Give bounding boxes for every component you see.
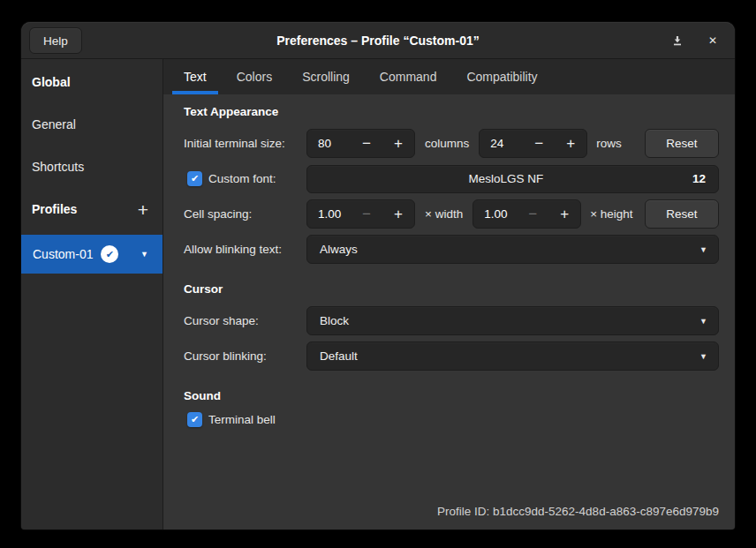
text-tab-content: Text Appearance Initial terminal size: 8… xyxy=(163,94,735,529)
section-title-text-appearance: Text Appearance xyxy=(184,105,719,120)
check-icon: ✔ xyxy=(191,414,199,425)
sidebar-header-profiles: Profiles + xyxy=(21,188,163,230)
tab-text[interactable]: Text xyxy=(172,59,218,94)
columns-value[interactable]: 80 xyxy=(307,137,351,150)
profile-id-label: Profile ID: xyxy=(437,505,489,518)
minimize-icon xyxy=(670,34,684,48)
sidebar: Global General Shortcuts Profiles + Cust… xyxy=(21,59,163,529)
caret-down-icon: ▼ xyxy=(699,317,707,326)
cursor-shape-dropdown[interactable]: Block ▼ xyxy=(306,306,719,335)
window-title: Preferences – Profile “Custom-01” xyxy=(21,22,735,59)
rows-unit-label: rows xyxy=(596,137,622,150)
blinking-text-value: Always xyxy=(320,243,699,256)
blinking-text-label: Allow blinking text: xyxy=(184,243,306,256)
plus-icon: + xyxy=(566,135,575,153)
cell-spacing-label: Cell spacing: xyxy=(184,207,306,221)
minimize-button[interactable] xyxy=(666,29,689,52)
plus-icon: + xyxy=(394,206,403,223)
profile-id: Profile ID: b1dcc9dd-5262-4d8d-a863-c897… xyxy=(437,505,719,518)
row-terminal-bell: ✔ Terminal bell xyxy=(187,410,719,428)
sidebar-item-general[interactable]: General xyxy=(21,103,163,146)
cell-width-spinbutton: 1.00 − + xyxy=(306,199,415,229)
cell-width-value[interactable]: 1.00 xyxy=(307,207,351,221)
cursor-blinking-value: Default xyxy=(320,349,699,363)
rows-value[interactable]: 24 xyxy=(480,137,523,150)
terminal-bell-label: Terminal bell xyxy=(208,413,276,426)
cell-width-unit-label: × width xyxy=(425,207,463,221)
cell-height-decrement-button[interactable]: − xyxy=(517,200,548,228)
close-button[interactable]: ✕ xyxy=(701,29,724,52)
caret-down-icon: ▼ xyxy=(140,250,148,259)
terminal-bell-checkbox[interactable]: ✔ xyxy=(187,412,202,427)
reset-cell-spacing-button[interactable]: Reset xyxy=(645,199,719,229)
rows-decrement-button[interactable]: − xyxy=(523,130,555,157)
columns-decrement-button[interactable]: − xyxy=(351,130,382,157)
row-cursor-blinking: Cursor blinking: Default ▼ xyxy=(184,342,719,371)
font-name: MesloLGS NF xyxy=(320,172,692,185)
row-cursor-shape: Cursor shape: Block ▼ xyxy=(184,306,719,335)
cursor-blinking-label: Cursor blinking: xyxy=(184,349,306,363)
columns-increment-button[interactable]: + xyxy=(382,130,414,157)
rows-increment-button[interactable]: + xyxy=(555,130,586,157)
profile-selected-badge: ✔ xyxy=(101,245,118,263)
custom-font-checkbox[interactable]: ✔ xyxy=(187,171,202,186)
minus-icon: − xyxy=(534,135,543,153)
profile-menu-button[interactable]: ▼ xyxy=(140,250,148,259)
cursor-shape-value: Block xyxy=(320,314,699,327)
sidebar-item-shortcuts[interactable]: Shortcuts xyxy=(21,146,163,188)
cell-width-increment-button[interactable]: + xyxy=(382,200,414,228)
cell-height-value[interactable]: 1.00 xyxy=(473,207,517,221)
plus-icon: + xyxy=(394,135,403,153)
columns-unit-label: columns xyxy=(425,137,469,150)
cursor-shape-label: Cursor shape: xyxy=(184,314,306,327)
custom-font-label: Custom font: xyxy=(208,172,276,185)
cell-height-unit-label: × height xyxy=(590,207,632,221)
columns-spinbutton: 80 − + xyxy=(306,129,415,158)
add-profile-button[interactable]: + xyxy=(138,200,148,219)
sidebar-header-global: Global xyxy=(21,61,163,103)
minus-icon: − xyxy=(528,206,537,223)
cell-height-spinbutton: 1.00 − + xyxy=(472,199,581,229)
plus-icon: + xyxy=(138,199,148,220)
cursor-blinking-dropdown[interactable]: Default ▼ xyxy=(306,342,719,371)
help-button-label: Help xyxy=(43,34,68,48)
rows-spinbutton: 24 − + xyxy=(479,129,587,158)
plus-icon: + xyxy=(560,206,569,223)
cell-height-increment-button[interactable]: + xyxy=(548,200,580,228)
caret-down-icon: ▼ xyxy=(699,352,707,361)
profile-name: Custom-01 xyxy=(33,247,93,261)
tab-bar: Text Colors Scrolling Command Compatibil… xyxy=(163,59,735,94)
font-picker-button[interactable]: MesloLGS NF 12 xyxy=(306,165,719,193)
close-icon: ✕ xyxy=(708,34,717,47)
tab-scrolling[interactable]: Scrolling xyxy=(291,59,361,94)
tab-command[interactable]: Command xyxy=(368,59,449,94)
row-terminal-size: Initial terminal size: 80 − + columns 24 xyxy=(184,129,719,158)
profile-id-value: b1dcc9dd-5262-4d8d-a863-c897e6d979b9 xyxy=(493,505,719,518)
help-button[interactable]: Help xyxy=(29,27,82,54)
check-icon: ✔ xyxy=(106,249,114,260)
section-title-cursor: Cursor xyxy=(184,282,719,297)
titlebar: Help Preferences – Profile “Custom-01” ✕ xyxy=(21,22,735,59)
tab-compatibility[interactable]: Compatibility xyxy=(455,59,548,94)
row-cell-spacing: Cell spacing: 1.00 − + × width 1.00 xyxy=(184,199,719,229)
row-custom-font: ✔ Custom font: MesloLGS NF 12 xyxy=(184,164,719,193)
cell-width-decrement-button[interactable]: − xyxy=(351,200,382,228)
titlebar-buttons: ✕ xyxy=(666,29,724,52)
tab-colors[interactable]: Colors xyxy=(225,59,284,94)
minus-icon: − xyxy=(362,135,371,153)
reset-terminal-size-button[interactable]: Reset xyxy=(645,129,719,158)
sidebar-item-profile-custom-01[interactable]: Custom-01 ✔ ▼ xyxy=(21,235,163,274)
caret-down-icon: ▼ xyxy=(699,245,707,254)
main-panel: Text Colors Scrolling Command Compatibil… xyxy=(163,59,735,529)
row-blinking-text: Allow blinking text: Always ▼ xyxy=(184,235,719,264)
section-title-sound: Sound xyxy=(184,389,719,404)
check-icon: ✔ xyxy=(191,173,199,184)
preferences-window: Help Preferences – Profile “Custom-01” ✕… xyxy=(21,22,735,529)
blinking-text-dropdown[interactable]: Always ▼ xyxy=(306,235,719,264)
minus-icon: − xyxy=(362,206,371,223)
terminal-size-label: Initial terminal size: xyxy=(184,137,306,150)
font-size: 12 xyxy=(692,172,706,185)
